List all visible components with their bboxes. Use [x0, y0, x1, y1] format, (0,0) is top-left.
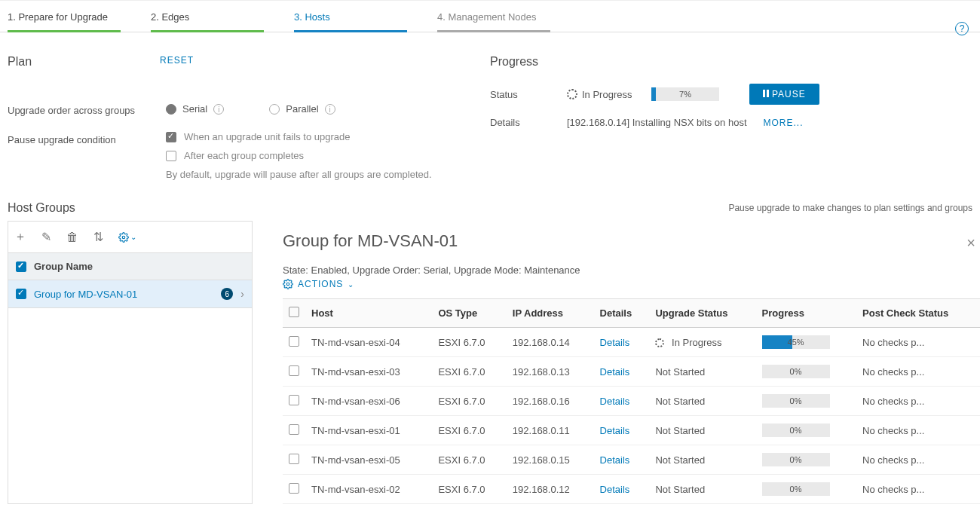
cell-ip: 192.168.0.12 [507, 475, 594, 504]
radio-parallel[interactable]: Parallel i [269, 103, 335, 115]
col-ip[interactable]: IP Address [507, 299, 594, 328]
group-count-badge: 6 [221, 288, 233, 300]
status-text: In Progress [582, 89, 632, 100]
progress-text: 0% [790, 485, 802, 494]
radio-dot-icon [166, 104, 176, 115]
group-checkbox[interactable] [16, 289, 26, 299]
details-link[interactable]: Details [600, 425, 630, 436]
details-text: [192.168.0.14] Installing NSX bits on ho… [567, 117, 747, 128]
group-row[interactable]: Group for MD-VSAN-01 6 › [8, 280, 252, 308]
group-name-column: Group Name [34, 261, 93, 272]
row-checkbox[interactable] [289, 483, 299, 494]
more-link[interactable]: MORE... [764, 118, 804, 128]
tab-prepare[interactable]: 1. Prepare for Upgrade [8, 1, 121, 32]
cell-ip: 192.168.0.13 [507, 357, 594, 387]
details-link[interactable]: Details [600, 366, 630, 378]
col-progress[interactable]: Progress [756, 299, 856, 328]
row-checkbox[interactable] [289, 365, 299, 376]
hosts-table: Host OS Type IP Address Details Upgrade … [283, 298, 980, 504]
cell-status: Not Started [649, 387, 755, 416]
cell-host: TN-md-vsan-esxi-06 [305, 387, 432, 416]
detail-title: Group for MD-VSAN-01 [283, 231, 980, 251]
actions-label: ACTIONS [298, 279, 343, 289]
settings-dropdown[interactable]: ⌄ [118, 232, 136, 243]
gear-icon [283, 279, 293, 289]
overall-progress-bar: 7% [651, 87, 719, 101]
close-icon[interactable]: × [966, 234, 975, 252]
select-all-checkbox[interactable] [16, 261, 26, 272]
info-icon[interactable]: i [325, 104, 335, 115]
col-host[interactable]: Host [305, 299, 432, 328]
reorder-icon[interactable]: ⇅ [93, 230, 103, 244]
radio-serial-label: Serial [182, 103, 207, 115]
progress-percent: 7% [651, 87, 719, 101]
row-progress-bar: 0% [762, 453, 830, 466]
tab-management[interactable]: 4. Management Nodes [437, 1, 550, 32]
cell-status: Not Started [649, 416, 755, 445]
row-checkbox[interactable] [289, 424, 299, 435]
svg-point-0 [122, 236, 125, 239]
status-text: Not Started [655, 484, 705, 495]
pause-button-label: PAUSE [772, 89, 806, 99]
cell-post-check: No checks p... [856, 387, 980, 416]
select-all-hosts-checkbox[interactable] [289, 307, 299, 317]
row-progress-bar: 0% [762, 365, 830, 378]
host-groups-title: Host Groups [8, 201, 75, 215]
table-row: TN-md-vsan-esxi-05ESXI 6.7.0192.168.0.15… [283, 445, 980, 475]
checkbox-cond-fail[interactable]: When an upgrade unit fails to upgrade [166, 131, 490, 142]
cell-os: ESXI 6.7.0 [432, 328, 506, 357]
add-icon[interactable]: ＋ [14, 229, 26, 245]
cell-os: ESXI 6.7.0 [432, 416, 506, 445]
row-checkbox[interactable] [289, 454, 299, 464]
cell-post-check: No checks p... [856, 357, 980, 387]
plan-title: Plan [8, 55, 32, 69]
chevron-down-icon: ⌄ [130, 233, 136, 241]
col-os[interactable]: OS Type [432, 299, 506, 328]
checkbox-cond-group[interactable]: After each group completes [166, 150, 490, 161]
status-label: Status [490, 89, 558, 100]
row-progress-bar: 0% [762, 423, 830, 437]
col-post[interactable]: Post Check Status [856, 299, 980, 328]
cell-os: ESXI 6.7.0 [432, 357, 506, 387]
col-details[interactable]: Details [594, 299, 650, 328]
help-icon[interactable]: ? [955, 22, 969, 35]
row-checkbox[interactable] [289, 395, 299, 405]
pause-button[interactable]: PAUSE [749, 84, 819, 105]
tab-hosts[interactable]: 3. Hosts [294, 1, 407, 32]
reset-button[interactable]: RESET [160, 55, 194, 84]
edit-icon[interactable]: ✎ [41, 230, 51, 244]
info-icon[interactable]: i [213, 104, 224, 115]
actions-dropdown[interactable]: ACTIONS ⌄ [283, 279, 354, 289]
cell-status: Not Started [649, 475, 755, 504]
row-checkbox[interactable] [289, 336, 299, 347]
cell-status: Not Started [649, 357, 755, 387]
status-text: Not Started [655, 396, 705, 407]
cell-host: TN-md-vsan-esxi-01 [305, 416, 432, 445]
details-link[interactable]: Details [600, 454, 630, 466]
progress-text: 0% [790, 367, 802, 376]
pause-helper-text: By default, upgrade will pause after all… [166, 169, 490, 180]
details-link[interactable]: Details [600, 484, 630, 495]
tab-edges[interactable]: 2. Edges [151, 1, 264, 32]
cell-host: TN-md-vsan-esxi-04 [305, 328, 432, 357]
progress-text: 0% [790, 455, 802, 464]
col-status[interactable]: Upgrade Status [649, 299, 755, 328]
table-row: TN-md-vsan-esxi-04ESXI 6.7.0192.168.0.14… [283, 328, 980, 357]
cell-post-check: No checks p... [856, 328, 980, 357]
status-text: Not Started [655, 425, 705, 436]
spinner-icon [567, 89, 577, 99]
cell-ip: 192.168.0.15 [507, 445, 594, 475]
wizard-tabs: 1. Prepare for Upgrade 2. Edges 3. Hosts… [0, 0, 980, 32]
radio-serial[interactable]: Serial i [166, 103, 224, 115]
cell-post-check: No checks p... [856, 445, 980, 475]
cell-host: TN-md-vsan-esxi-02 [305, 475, 432, 504]
delete-icon[interactable]: 🗑 [66, 231, 78, 244]
details-link[interactable]: Details [600, 337, 630, 348]
pause-condition-label: Pause upgrade condition [8, 131, 166, 145]
group-name-link[interactable]: Group for MD-VSAN-01 [34, 289, 213, 300]
cell-os: ESXI 6.7.0 [432, 445, 506, 475]
checkbox-fail-label: When an upgrade unit fails to upgrade [184, 131, 350, 142]
table-row: TN-md-vsan-esxi-06ESXI 6.7.0192.168.0.16… [283, 387, 980, 416]
details-link[interactable]: Details [600, 396, 630, 407]
svg-point-1 [286, 283, 289, 286]
